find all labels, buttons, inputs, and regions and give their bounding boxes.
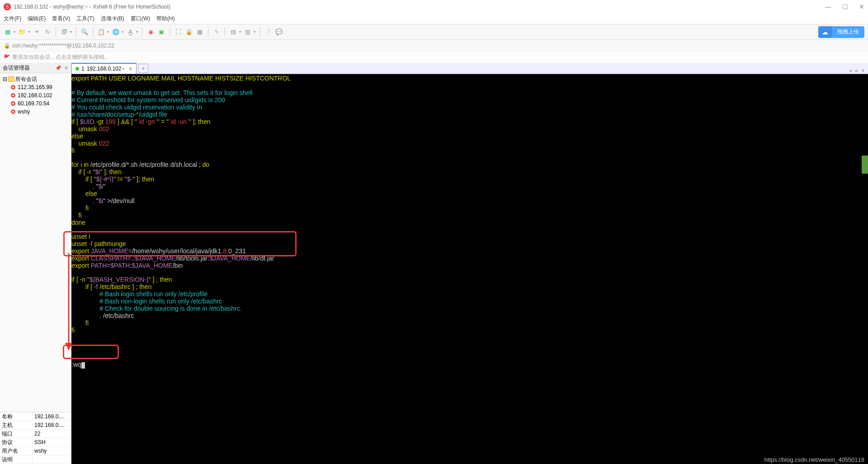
paste-icon[interactable]: 📋 [97,28,105,36]
t: umask [71,140,99,147]
tab-label: 192.168.0.102 [87,66,122,72]
open-icon[interactable]: 📁 [18,28,26,36]
t: /etc/profile.d/*.sh /etc/profile.d/sh.lo… [89,161,202,168]
tab-next-icon[interactable]: ▸ [855,67,858,74]
t: unset i [71,233,90,240]
t: export [71,247,91,255]
tab-close-icon[interactable]: ✕ [128,66,132,72]
menu-window[interactable]: 窗口(W) [131,15,150,23]
t: done [71,219,85,226]
window-title: 192.168.0.102 - wshy@wshy:~ - Xshell 6 (… [14,4,170,10]
folder-icon [8,76,14,82]
t: . /etc/bashrc [71,312,134,319]
t: # Bash login shells run only /etc/profil… [71,290,208,298]
t: ] && [ " [116,118,137,125]
grid-icon[interactable]: ▦ [196,28,204,36]
globe-icon[interactable]: 🌐 [112,28,120,36]
main-pane: 1 192.168.0.102 ▾ ✕ ＋ ◂ ▸ ▾ export PATH … [71,63,868,464]
copy-icon[interactable]: 🗐 [60,28,68,36]
t: $- [127,175,132,183]
t: " ]; then [100,168,122,175]
layout1-icon[interactable]: ▤ [229,28,237,36]
upload-label: 拖拽上传 [832,28,864,36]
lock-icon[interactable]: 🔒 [185,28,193,36]
term-line: export PATH USER LOGNAME MAIL HOSTNAME H… [71,75,291,82]
menu-edit[interactable]: 编辑(E) [28,15,46,23]
pin-icon[interactable]: 📌 [55,65,61,71]
terminal[interactable]: export PATH USER LOGNAME MAIL HOSTNAME H… [71,74,868,464]
scrollbar-thumb[interactable] [862,156,868,174]
cursor [81,362,85,369]
t: $i [98,197,103,204]
host-icon [11,85,15,90]
tree-root[interactable]: ⊟所有会话 [1,75,70,83]
t: in [84,161,89,168]
t: $PATH [110,262,130,269]
t: ${-#*i} [96,175,113,183]
t: `id -gn` [137,118,157,125]
menu-file[interactable]: 文件(F) [4,15,21,23]
prop-desc-key: 说明 [0,455,33,464]
menu-tab[interactable]: 选项卡(B) [101,15,124,23]
t: fi [71,319,89,327]
menu-help[interactable]: 帮助(H) [156,15,175,23]
box-icon[interactable]: ▣ [157,28,165,36]
link-icon[interactable]: ⚭ [33,28,41,36]
term-comment: # By default, we want umask to get set. … [71,89,253,96]
tree-item-label: 112.35.165.99 [18,84,52,90]
t: " ]; then [189,118,211,125]
search-icon[interactable]: 🔍 [80,28,89,36]
t: $JAVA_HOME [132,262,173,269]
add-tab-button[interactable]: ＋ [138,64,148,73]
t: " [103,183,105,190]
layout2-icon[interactable]: ▥ [244,28,252,36]
session-manager-panel: 会话管理器 📌✕ ⊟所有会话 112.35.165.99 192.168.0.1… [0,63,71,464]
menu-view[interactable]: 查看(V) [52,15,70,23]
t: if [ [71,283,94,290]
t: . " [71,197,98,204]
tab-session[interactable]: 1 192.168.0.102 ▾ ✕ [71,63,137,74]
title-bar: S 192.168.0.102 - wshy@wshy:~ - Xshell 6… [0,0,868,14]
cloud-icon: ☁ [818,26,832,38]
tree-item[interactable]: 112.35.165.99 [1,83,70,91]
tree-item[interactable]: 192.168.0.102 [1,91,70,99]
session-tree[interactable]: ⊟所有会话 112.35.165.99 192.168.0.102 60.169… [0,73,71,412]
t: else [71,190,97,197]
tab-list-icon[interactable]: ▾ [862,67,864,74]
t: /home/wshy/user/local/java/jdk1. [132,247,223,255]
expand-icon[interactable]: ⛶ [174,28,182,36]
help-icon[interactable]: ❔ [264,28,272,36]
t: $JAVA_HOME [209,255,250,262]
menu-tools[interactable]: 工具(T) [76,15,94,23]
highlight-icon[interactable]: ✎ [212,28,221,36]
close-icon[interactable]: ✕ [859,3,864,10]
font-icon[interactable]: A̲ [126,28,134,36]
t: " != " [113,175,127,183]
t: # Check for double sourcing is done in /… [71,305,242,312]
minimize-icon[interactable]: — [825,3,831,10]
upload-button[interactable]: ☁ 拖拽上传 [818,26,864,38]
app-icon: S [4,3,11,10]
panel-close-icon[interactable]: ✕ [64,65,68,71]
chat-icon[interactable]: 💬 [275,28,283,36]
t: pathmunge [93,240,126,247]
t: " ] ; then [149,276,172,283]
tree-item[interactable]: 60.169.70.54 [1,99,70,108]
t: export [71,262,91,269]
swirl-icon[interactable]: ◉ [146,28,155,36]
new-session-icon[interactable]: ▦ [4,28,12,36]
t: fi [71,204,89,212]
reconnect-icon[interactable]: ↻ [43,28,52,36]
prop-proto-val: SSH [33,438,71,446]
t: -gt [94,118,105,125]
tab-prev-icon[interactable]: ◂ [849,67,852,74]
t: $JAVA_HOME [135,255,176,262]
t: /lib/dt.jar [250,255,274,262]
t: umask [71,125,99,133]
t: 8 [223,247,226,255]
maximize-icon[interactable]: ☐ [842,3,848,10]
t: " >/dev/null [103,197,134,204]
tree-item[interactable]: wshy [1,108,70,116]
address-bar[interactable]: 🔒 ssh://wshy:*************@192.168.0.102… [0,40,868,52]
tab-dropdown-icon[interactable]: ▾ [123,67,124,71]
